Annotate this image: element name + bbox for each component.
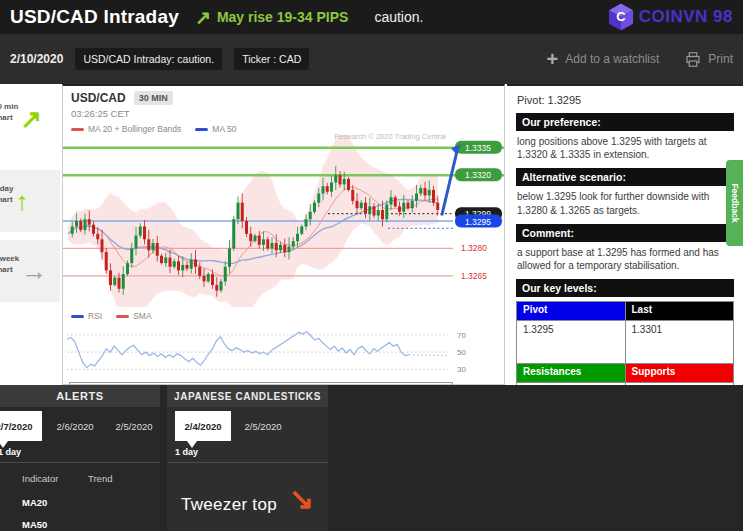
trend-up-right-icon: ↗ (195, 6, 211, 29)
section-our-preference: Our preference: (516, 113, 734, 131)
ticker-tag[interactable]: Ticker : CAD (234, 48, 309, 70)
caution-text: caution. (374, 9, 423, 25)
add-to-watchlist-button[interactable]: + Add to a watchlist (547, 49, 660, 69)
rsi-chart[interactable]: 705030 (63, 322, 504, 378)
title-bar: USD/CAD Intraday ↗ May rise 19-34 PIPS c… (0, 0, 743, 34)
table-row: MA50 (0, 514, 160, 531)
print-button[interactable]: Print (685, 52, 733, 67)
pattern-name: Tweezer top (181, 495, 277, 515)
key-levels-pivot-header: Pivot (517, 302, 626, 321)
coinvn-cube-icon: C (607, 3, 635, 31)
section-alternative-scenario: Alternative scenario: (516, 168, 734, 186)
trend-up-right-icon: ↗ (20, 106, 42, 132)
main-area: 30 min chart : ↗ 1 day chart : ↑ 1 week … (0, 84, 743, 385)
japanese-candlesticks-panel: JAPANESE CANDLESTICKS 2/4/2020 2/5/2020 … (167, 385, 328, 531)
page-title: USD/CAD Intraday (10, 6, 179, 28)
alternative-text: below 1.3295 look for further downside w… (517, 190, 733, 216)
candlesticks-tab-date[interactable]: 2/5/2020 (235, 411, 291, 441)
svg-text:1.3320: 1.3320 (465, 170, 491, 180)
red-line-swatch-icon (71, 128, 84, 131)
svg-text:30: 30 (457, 365, 466, 374)
chart-timestamp: 03:26:25 CET (63, 106, 504, 121)
candlesticks-tab-date[interactable]: 2/4/2020 (175, 411, 231, 441)
blue-line-swatch-icon (71, 315, 84, 318)
alerts-period: 1 day (0, 441, 160, 463)
legend-sma: SMA (116, 311, 151, 321)
column-indicator: Indicator (0, 473, 88, 484)
alerts-tab-date[interactable]: 2/6/2020 (47, 411, 103, 441)
bottom-section: ALERTS 2/7/2020 2/6/2020 2/5/2020 1 day … (0, 385, 743, 531)
table-row: MA20 (0, 492, 160, 514)
chart-interval-badge[interactable]: 30 MIN (134, 91, 173, 105)
key-levels-last-header: Last (625, 302, 734, 321)
svg-text:C: C (616, 9, 625, 24)
last-value: 1.3301 (625, 321, 734, 364)
trend-up-icon: ↑ (15, 188, 28, 214)
section-key-levels: Our key levels: (516, 279, 734, 297)
svg-text:1.3335: 1.3335 (465, 143, 491, 153)
alerts-tabs: 2/7/2020 2/6/2020 2/5/2020 (0, 407, 160, 441)
alerts-title: ALERTS (0, 385, 160, 407)
report-date: 2/10/2020 (10, 52, 63, 66)
sidebar-item-1day-chart[interactable]: 1 day chart : ↑ (0, 170, 60, 232)
sidebar-item-30min-chart[interactable]: 30 min chart : ↗ (0, 88, 60, 150)
alerts-tab-date[interactable]: 2/5/2020 (106, 411, 160, 441)
svg-text:1.3295: 1.3295 (465, 217, 491, 227)
chart-watermark: Research © 2020 Trading Central (334, 132, 446, 141)
legend-ma50: MA 50 (195, 124, 236, 134)
red-line-swatch-icon (116, 315, 129, 318)
plus-icon: + (547, 49, 559, 69)
candlesticks-tabs: 2/4/2020 2/5/2020 (167, 407, 328, 441)
svg-text:50: 50 (457, 348, 466, 357)
trend-flat-icon: → (21, 258, 47, 284)
brand-logo: C COINVN 98 (607, 3, 733, 31)
alerts-table: Indicator Trend MA20 MA50 MA20_50 (0, 463, 160, 531)
alerts-panel: ALERTS 2/7/2020 2/6/2020 2/5/2020 1 day … (0, 385, 160, 531)
sidebar-item-1week-chart[interactable]: 1 week chart : → (0, 240, 60, 302)
feedback-tab[interactable]: Feedback (726, 160, 743, 246)
toolbar: 2/10/2020 USD/CAD Intraday: caution. Tic… (0, 34, 743, 84)
pivot-summary: Pivot: 1.3295 (517, 94, 734, 106)
signal-text: May rise 19-34 PIPS (217, 9, 349, 25)
chart-panel: USD/CAD 30 MIN 03:26:25 CET MA 20 + Boll… (62, 84, 505, 385)
printer-icon (685, 52, 701, 67)
candlesticks-title: JAPANESE CANDLESTICKS (167, 385, 328, 407)
trend-down-right-icon: ↘ (289, 481, 314, 516)
summary-tag[interactable]: USD/CAD Intraday: caution. (75, 48, 222, 70)
svg-text:1.3280: 1.3280 (461, 243, 487, 253)
svg-text:1.3265: 1.3265 (461, 271, 487, 281)
key-levels-table: Pivot Last 1.3295 1.3301 Resistances Sup… (516, 301, 734, 385)
section-comment: Comment: (516, 224, 734, 242)
candlestick-chart[interactable]: 1.33351.33201.32991.32951.32801.3265 (63, 135, 504, 307)
alerts-tab-date[interactable]: 2/7/2020 (0, 411, 42, 441)
key-levels-resistances-header: Resistances (517, 364, 626, 383)
legend-rsi: RSI (71, 311, 102, 321)
analysis-panel: Pivot: 1.3295 Our preference: long posit… (507, 84, 743, 385)
blue-line-swatch-icon (195, 128, 208, 131)
column-trend: Trend (88, 473, 112, 484)
svg-text:70: 70 (457, 331, 466, 340)
preference-text: long positions above 1.3295 with targets… (517, 135, 733, 161)
pivot-value: 1.3295 (517, 321, 626, 364)
chart-symbol: USD/CAD (71, 91, 126, 105)
comment-text: a support base at 1.3295 has formed and … (517, 246, 733, 272)
legend-ma20-bollinger: MA 20 + Bollinger Bands (71, 124, 181, 134)
brand-name: COINVN 98 (639, 7, 733, 27)
key-levels-supports-header: Supports (625, 364, 734, 383)
